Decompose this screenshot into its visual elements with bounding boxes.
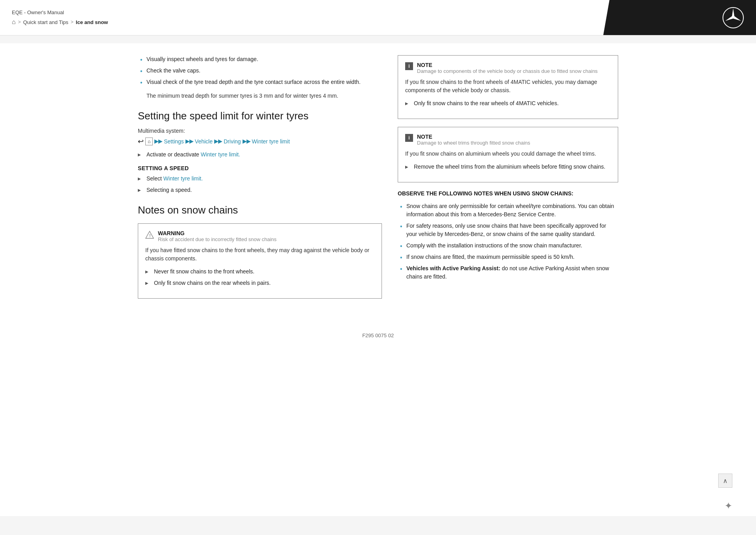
note-subtitle-1: Damage to components of the vehicle body… [417, 68, 598, 74]
menu-path-home: ⌂ [145, 137, 153, 145]
note-title-block-2: NOTE Damage to wheel trims through fitte… [417, 134, 530, 146]
warning-items: Never fit snow chains to the front wheel… [145, 268, 374, 287]
menu-path-chevron-3: ▶▶ [214, 138, 222, 144]
main-content: Visually inspect wheels and tyres for da… [122, 43, 634, 317]
right-column: i NOTE Damage to components of the vehic… [398, 55, 618, 305]
page-footer: F295 0075 02 [0, 325, 756, 346]
footer-code: F295 0075 02 [362, 333, 394, 338]
scroll-up-button[interactable]: ∧ [718, 474, 732, 488]
list-item: Visually inspect wheels and tyres for da… [138, 55, 382, 63]
note-title-1: NOTE [417, 62, 598, 68]
menu-path-vehicle: Vehicle [195, 138, 213, 145]
select-list: Select Winter tyre limit. Selecting a sp… [138, 175, 382, 194]
menu-path: ↪ ⌂ ▶▶ Settings ▶▶ Vehicle ▶▶ Driving ▶▶… [138, 137, 382, 146]
note-body-1: If you fit snow chains to the front whee… [405, 78, 611, 95]
note2-items: Remove the wheel trims from the aluminiu… [405, 163, 611, 171]
setting-speed-heading: SETTING A SPEED [138, 165, 382, 171]
list-item: Only fit snow chains to the rear wheels … [405, 99, 611, 108]
section2-heading: Notes on snow chains [138, 204, 382, 217]
list-item: Only fit snow chains on the rear wheels … [145, 279, 374, 287]
warning-header: ! WARNING Risk of accident due to incorr… [145, 230, 374, 242]
multimedia-label: Multimedia system: [138, 128, 382, 134]
section1-heading: Setting the speed limit for winter tyres [138, 110, 382, 123]
note-icon-2: i [405, 134, 413, 142]
warning-icon: ! [145, 230, 154, 239]
mb-logo-footer: ✦ [724, 500, 732, 511]
breadcrumb-item-1[interactable]: Quick start and Tips [23, 19, 69, 25]
note-icon-1: i [405, 62, 413, 70]
list-item: For safety reasons, only use snow chains… [398, 222, 618, 238]
note-header-1: i NOTE Damage to components of the vehic… [405, 62, 611, 74]
note1-items: Only fit snow chains to the rear wheels … [405, 99, 611, 108]
intro-bullet-list: Visually inspect wheels and tyres for da… [138, 55, 382, 86]
list-item: Snow chains are only permissible for cer… [398, 202, 618, 219]
menu-path-settings: Settings [164, 138, 184, 145]
warning-body: If you have fitted snow chains to the fr… [145, 246, 374, 263]
activate-list: Activate or deactivate Winter tyre limit… [138, 150, 382, 159]
list-item: Selecting a speed. [138, 186, 382, 194]
observe-bullet-list: Snow chains are only permissible for cer… [398, 202, 618, 281]
document-title: EQE - Owner's Manual [12, 9, 610, 15]
mercedes-benz-logo [722, 7, 744, 29]
list-item: Comply with the installation instruction… [398, 241, 618, 250]
observe-heading: OBSERVE THE FOLLOWING NOTES WHEN USING S… [398, 190, 618, 197]
svg-marker-1 [725, 8, 741, 21]
warning-subtitle: Risk of accident due to incorrectly fitt… [158, 236, 276, 242]
content-wrapper: Visually inspect wheels and tyres for da… [0, 43, 756, 516]
list-item: Select Winter tyre limit. [138, 175, 382, 183]
menu-path-arrow: ↪ [138, 137, 144, 146]
menu-path-chevron-1: ▶▶ [154, 138, 162, 144]
winter-tyre-limit-link[interactable]: Winter tyre limit. [201, 151, 240, 158]
menu-path-winter-tyre-limit: Winter tyre limit [252, 138, 290, 145]
note-body-2: If you fit snow chains on aluminium whee… [405, 150, 611, 158]
header-left: EQE - Owner's Manual ⌂ > Quick start and… [0, 0, 622, 35]
home-icon[interactable]: ⌂ [12, 19, 16, 26]
list-item: Check the valve caps. [138, 67, 382, 75]
header-logo-area [622, 0, 756, 35]
note-subtitle-2: Damage to wheel trims through fitted sno… [417, 140, 530, 146]
intro-note: The minimum tread depth for summer tyres… [138, 92, 382, 100]
list-item: Remove the wheel trims from the aluminiu… [405, 163, 611, 171]
list-item: If snow chains are fitted, the maximum p… [398, 253, 618, 261]
breadcrumb-sep-2: > [71, 19, 74, 25]
note-box-1: i NOTE Damage to components of the vehic… [398, 55, 618, 119]
page-header: EQE - Owner's Manual ⌂ > Quick start and… [0, 0, 756, 35]
left-column: Visually inspect wheels and tyres for da… [138, 55, 382, 305]
note-box-2: i NOTE Damage to wheel trims through fit… [398, 127, 618, 182]
note-header-2: i NOTE Damage to wheel trims through fit… [405, 134, 611, 146]
menu-path-chevron-2: ▶▶ [185, 138, 193, 144]
note-title-2: NOTE [417, 134, 530, 140]
breadcrumb-sep-1: > [18, 19, 21, 25]
select-winter-tyre-limit-link[interactable]: Winter tyre limit. [163, 175, 203, 182]
menu-path-driving: Driving [224, 138, 241, 145]
observe-bold: Vehicles with Active Parking Assist: [406, 265, 500, 271]
breadcrumb-item-2: Ice and snow [76, 19, 108, 25]
breadcrumb: ⌂ > Quick start and Tips > Ice and snow [12, 19, 610, 26]
warning-title-block: WARNING Risk of accident due to incorrec… [158, 230, 276, 242]
svg-text:!: ! [149, 233, 151, 238]
note-title-block-1: NOTE Damage to components of the vehicle… [417, 62, 598, 74]
warning-box: ! WARNING Risk of accident due to incorr… [138, 223, 382, 299]
list-item: Never fit snow chains to the front wheel… [145, 268, 374, 276]
list-item: Vehicles with Active Parking Assist: do … [398, 264, 618, 281]
warning-title: WARNING [158, 230, 276, 236]
list-item: Visual check of the tyre tread depth and… [138, 78, 382, 86]
list-item: Activate or deactivate Winter tyre limit… [138, 150, 382, 159]
menu-path-chevron-4: ▶▶ [243, 138, 250, 144]
